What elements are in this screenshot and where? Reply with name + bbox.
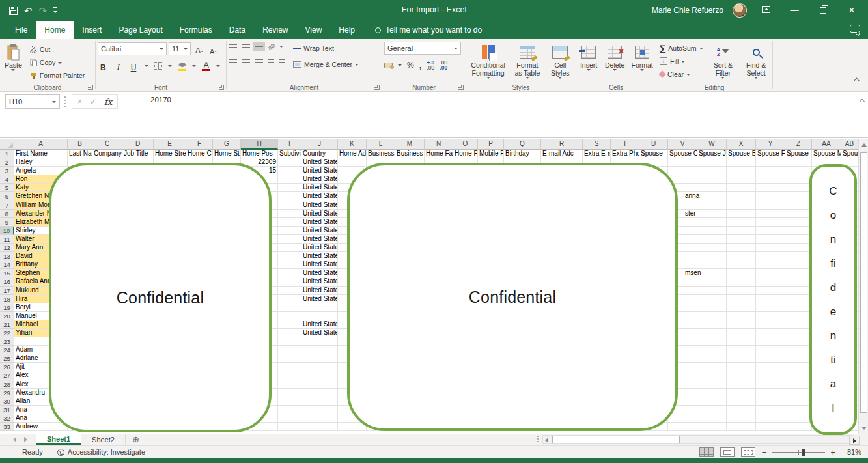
row-header-19[interactable]: 19 — [0, 303, 14, 312]
name-box-dropdown-icon[interactable] — [52, 101, 56, 103]
cell-P1[interactable]: Mobile Ph — [478, 150, 504, 158]
cell-J23[interactable] — [301, 337, 338, 346]
column-header-P[interactable]: P — [478, 139, 504, 150]
cell-Z23[interactable] — [785, 337, 812, 346]
cell-Y18[interactable] — [756, 295, 785, 303]
column-header-S[interactable]: S — [583, 139, 611, 150]
cell-J22[interactable]: United States — [301, 329, 338, 337]
cell-Y23[interactable] — [756, 337, 785, 346]
cell-X5[interactable] — [727, 184, 756, 192]
clipboard-dialog-launcher[interactable] — [88, 85, 93, 90]
cell-U1[interactable]: Spouse — [639, 150, 668, 158]
row-header-21[interactable]: 21 — [0, 320, 14, 329]
cell-J6[interactable]: United States — [301, 192, 338, 201]
cell-I18[interactable] — [278, 295, 301, 303]
cell-X17[interactable] — [727, 287, 756, 295]
column-header-T[interactable]: T — [611, 139, 639, 150]
cell-W15[interactable] — [697, 269, 727, 277]
row-header-25[interactable]: 25 — [0, 354, 14, 363]
cell-I22[interactable] — [278, 329, 301, 337]
cell-Y24[interactable] — [756, 346, 785, 354]
user-avatar[interactable] — [733, 3, 747, 18]
cell-I12[interactable] — [278, 244, 301, 252]
cell-J18[interactable]: United States — [301, 295, 338, 303]
row-header-33[interactable]: 33 — [0, 423, 14, 431]
cell-Z31[interactable] — [785, 406, 812, 414]
cell-W33[interactable] — [697, 423, 727, 431]
cell-J17[interactable]: United States — [301, 287, 338, 295]
cell-W1[interactable]: Spouse Jo — [697, 150, 727, 158]
align-middle-icon[interactable] — [242, 44, 250, 49]
tab-file[interactable]: File — [7, 21, 36, 39]
tab-sheet1[interactable]: Sheet1 — [36, 434, 81, 445]
column-header-U[interactable]: U — [639, 139, 668, 150]
cell-L1[interactable]: Business P — [367, 150, 395, 158]
font-color-icon[interactable]: A — [202, 61, 210, 71]
scroll-right-icon[interactable] — [849, 436, 860, 445]
scroll-left-icon[interactable] — [545, 438, 548, 443]
tab-scrollbar-splitter[interactable] — [537, 436, 539, 443]
cell-I27[interactable] — [278, 371, 301, 380]
cell-Z26[interactable] — [785, 363, 812, 371]
format-painter-button[interactable]: Format Painter — [29, 69, 86, 82]
cell-W29[interactable] — [697, 389, 727, 397]
cell-X27[interactable] — [727, 371, 756, 380]
tab-insert[interactable]: Insert — [74, 21, 110, 39]
insert-cells-button[interactable]: Insert — [578, 42, 600, 82]
vertical-scrollbar[interactable] — [858, 139, 868, 434]
column-header-K[interactable]: K — [338, 139, 367, 150]
cell-I14[interactable] — [278, 260, 301, 269]
wrap-text-button[interactable]: Wrap Text — [292, 42, 360, 55]
cell-R1[interactable]: E-mail Adc — [541, 150, 583, 158]
cell-Y6[interactable] — [756, 192, 785, 201]
cell-I33[interactable] — [278, 423, 301, 431]
cell-Z8[interactable] — [785, 210, 812, 218]
cell-F1[interactable]: Home City — [186, 150, 213, 158]
close-icon[interactable]: × — [842, 0, 861, 21]
tab-view[interactable]: View — [297, 21, 331, 39]
cell-I8[interactable] — [278, 210, 301, 218]
cell-J27[interactable] — [301, 371, 338, 380]
column-header-G[interactable]: G — [213, 139, 241, 150]
decrease-indent-icon[interactable] — [268, 57, 274, 63]
cell-J28[interactable] — [301, 380, 338, 389]
align-top-icon[interactable] — [229, 44, 237, 48]
zoom-out-icon[interactable]: − — [762, 447, 767, 457]
cut-button[interactable]: Cut — [29, 43, 86, 56]
cell-Y5[interactable] — [756, 184, 785, 192]
row-header-13[interactable]: 13 — [0, 252, 14, 260]
cell-Y10[interactable] — [756, 227, 785, 235]
cell-X4[interactable] — [727, 175, 756, 184]
cell-J26[interactable] — [301, 363, 338, 371]
cell-Z4[interactable] — [785, 175, 812, 184]
cell-X20[interactable] — [727, 312, 756, 320]
cell-W10[interactable] — [697, 227, 727, 235]
tab-data[interactable]: Data — [221, 21, 254, 39]
cell-Y22[interactable] — [756, 329, 785, 337]
cell-W2[interactable] — [697, 158, 727, 167]
cell-I16[interactable] — [278, 277, 301, 286]
row-header-24[interactable]: 24 — [0, 346, 14, 354]
column-header-AB[interactable]: AB — [841, 139, 858, 150]
cell-W27[interactable] — [697, 371, 727, 380]
cell-W21[interactable] — [697, 320, 727, 329]
cell-J21[interactable]: United States — [301, 320, 338, 329]
cell-Z7[interactable] — [785, 201, 812, 210]
column-header-Z[interactable]: Z — [785, 139, 812, 150]
row-header-28[interactable]: 28 — [0, 380, 14, 389]
row-header-16[interactable]: 16 — [0, 277, 14, 286]
column-header-Y[interactable]: Y — [756, 139, 785, 150]
cell-Z32[interactable] — [785, 414, 812, 423]
name-box-splitter[interactable] — [64, 96, 66, 107]
column-header-F[interactable]: F — [186, 139, 213, 150]
cell-X31[interactable] — [727, 406, 756, 414]
row-header-4[interactable]: 4 — [0, 175, 14, 184]
bold-button[interactable]: B — [98, 59, 109, 72]
cell-X33[interactable] — [727, 423, 756, 431]
cell-Z19[interactable] — [785, 303, 812, 312]
cell-O1[interactable]: Home Phc — [453, 150, 478, 158]
cell-Z13[interactable] — [785, 252, 812, 260]
column-header-H[interactable]: H — [241, 139, 278, 150]
cell-J4[interactable]: United States — [301, 175, 338, 184]
cell-X25[interactable] — [727, 354, 756, 363]
